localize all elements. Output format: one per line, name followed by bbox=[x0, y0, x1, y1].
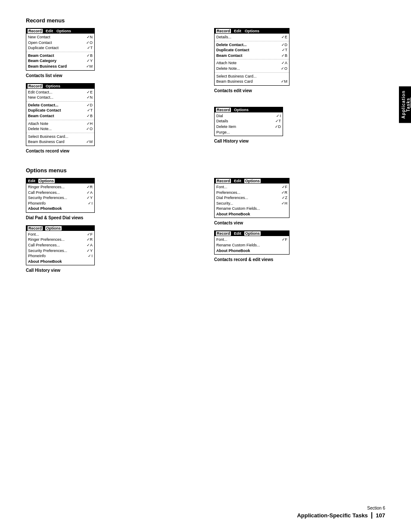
group2: Delete Contact... ✓D Duplicate Contact ✓… bbox=[215, 41, 289, 60]
header-record: Record bbox=[28, 84, 43, 88]
call-history-menu-header: Record Options bbox=[215, 107, 283, 112]
header-record: Record bbox=[216, 231, 231, 236]
menu-row: Attach Note ✓H bbox=[28, 121, 93, 127]
col-contacts-list: Record Edit Options New Contact ✓N Open … bbox=[26, 28, 197, 159]
call-history-record-menu: Record Options Dial ✓I Details ✓T bbox=[214, 107, 283, 136]
menu-row: Beam Contact ✓B bbox=[28, 53, 93, 59]
footer-bottom: Application-Specific Tasks 107 bbox=[297, 511, 385, 519]
options-menus-title: Options menus bbox=[26, 167, 385, 174]
record-menus-title: Record menus bbox=[26, 17, 385, 24]
menu-row: Delete Item ✓D bbox=[216, 124, 281, 130]
menu-row: Duplicate Contact ✓T bbox=[28, 108, 93, 113]
menu-row: Preferences... ✓R bbox=[216, 190, 287, 196]
menu-row: Font... ✓F bbox=[28, 232, 93, 237]
call-history-right-caption: Call History view bbox=[214, 139, 385, 143]
header-options: Options bbox=[45, 226, 62, 230]
group1: Font... ✓F Preferences... ✓R Dial Prefer… bbox=[215, 184, 289, 218]
side-tab: Application Tasks 6 bbox=[399, 86, 411, 123]
menu-row: Delete Contact... ✓D bbox=[216, 42, 287, 48]
header-edit: Edit bbox=[234, 231, 242, 236]
menu-row: Beam Category ✓Y bbox=[28, 58, 93, 64]
contacts-view-opt-header: Record Edit Options bbox=[215, 178, 289, 184]
group3: Attach Note ✓H Delete Note... ✓O bbox=[26, 120, 94, 133]
group1: New Contact ✓N Open Contact ✓O Duplicate… bbox=[26, 34, 94, 52]
group3: Attach Note ✓A Delete Note... ✓O bbox=[215, 59, 289, 72]
call-history-menu-body: Dial ✓I Details ✓T Delete Item ✓D Purg bbox=[215, 112, 283, 136]
contacts-view-options-menu: Record Edit Options Font... ✓F Preferenc… bbox=[214, 178, 290, 218]
contacts-edit-menu-header: Record Edit Options bbox=[215, 28, 289, 34]
menu-row: Purge... bbox=[216, 130, 281, 135]
contacts-record-menu-header: Record Options bbox=[26, 84, 94, 89]
header-record: Record bbox=[216, 179, 231, 183]
contacts-record-menu: Record Options Edit Contact... ✓E New Co… bbox=[26, 83, 95, 146]
menu-row: Call Preferences... ✓A bbox=[28, 243, 93, 248]
group1: Font... ✓F Ringer Preferences... ✓R Call… bbox=[26, 231, 94, 265]
menu-row: Call Preferences... ✓A bbox=[28, 190, 93, 196]
contacts-record-edit-options-menu: Record Edit Options Font... ✓F Rename Cu… bbox=[214, 230, 290, 255]
menu-row: Beam Contact ✓B bbox=[28, 113, 93, 119]
header-record: Record bbox=[216, 108, 231, 112]
contacts-view-opt-body: Font... ✓F Preferences... ✓R Dial Prefer… bbox=[215, 184, 289, 218]
menu-row: Dial ✓I bbox=[216, 113, 281, 119]
header-record: Record bbox=[28, 29, 43, 33]
col-options-right: Record Edit Options Font... ✓F Preferenc… bbox=[214, 178, 385, 278]
side-tab-text-tasks: Tasks bbox=[406, 97, 411, 112]
top-section: Record Edit Options New Contact ✓N Open … bbox=[26, 28, 385, 159]
contacts-view-options-caption: Contacts view bbox=[214, 221, 385, 225]
menu-row: Beam Contact ✓B bbox=[216, 53, 287, 59]
menu-row: About PhoneBook bbox=[216, 212, 287, 217]
col-options-left: Edit Options Ringer Preferences... ✓R Ca… bbox=[26, 178, 197, 278]
call-history-options-caption: Call History view bbox=[26, 268, 197, 273]
menu-row: Select Business Card... bbox=[28, 134, 93, 140]
header-edit: Edit bbox=[234, 179, 242, 183]
contacts-list-menu-body: New Contact ✓N Open Contact ✓O Duplicate… bbox=[26, 34, 94, 70]
menu-row: Font... ✓F bbox=[216, 237, 287, 243]
menu-row: PhoneInfo ✓I bbox=[28, 201, 93, 206]
menu-row: Delete Note... ✓O bbox=[216, 66, 287, 72]
contacts-list-record-menu: Record Edit Options New Contact ✓N Open … bbox=[26, 28, 95, 71]
menu-row: About PhoneBook bbox=[28, 206, 93, 212]
contacts-record-caption: Contacts record view bbox=[26, 149, 197, 153]
header-options: Options bbox=[38, 179, 55, 183]
group1: Dial ✓I Details ✓T Delete Item ✓D Purg bbox=[215, 112, 283, 136]
header-record: Record bbox=[216, 29, 231, 33]
footer: Section 6 Application-Specific Tasks 107 bbox=[297, 504, 385, 519]
options-section: Edit Options Ringer Preferences... ✓R Ca… bbox=[26, 178, 385, 278]
menu-row: Delete Note... ✓O bbox=[28, 126, 93, 132]
menu-row: Beam Business Card ✓M bbox=[216, 79, 287, 84]
menu-row: About PhoneBook bbox=[28, 259, 93, 264]
menu-row: Details... ✓E bbox=[216, 34, 287, 40]
menu-row: Beam Business Card ✓M bbox=[28, 139, 93, 145]
menu-row: Open Contact ✓O bbox=[28, 40, 93, 46]
side-tab-text-application: Application bbox=[401, 90, 406, 118]
header-options: Options bbox=[244, 179, 261, 183]
menu-row: Security... ✓H bbox=[216, 201, 287, 206]
header-edit: Edit bbox=[28, 179, 36, 183]
menu-row: Dial Preferences... ✓Z bbox=[216, 195, 287, 201]
contacts-edit-record-menu: Record Edit Options Details... ✓E Delete… bbox=[214, 28, 290, 86]
dial-pad-menu-header: Edit Options bbox=[26, 178, 94, 184]
header-options: Options bbox=[56, 29, 72, 33]
menu-row: Beam Business Card ✓M bbox=[28, 64, 93, 69]
menu-row: Delete Contact... ✓D bbox=[28, 103, 93, 108]
header-edit: Edit bbox=[234, 29, 242, 33]
menu-row: Select Business Card... bbox=[216, 74, 287, 79]
contacts-re-opt-body: Font... ✓F Rename Custom Fields... About… bbox=[215, 236, 289, 254]
dial-pad-options-menu: Edit Options Ringer Preferences... ✓R Ca… bbox=[26, 178, 95, 213]
contacts-record-edit-caption: Contacts record & edit views bbox=[214, 257, 385, 262]
menu-row: Rename Custom Fields... bbox=[216, 206, 287, 212]
group1: Edit Contact... ✓E New Contact... ✓N bbox=[26, 89, 94, 102]
menu-row: Duplicate Contact ✓T bbox=[216, 47, 287, 53]
contacts-list-menu-header: Record Edit Options bbox=[26, 28, 94, 34]
header-options: Options bbox=[244, 29, 260, 33]
menu-row: Font... ✓F bbox=[216, 184, 287, 190]
contacts-edit-caption: Contacts edit view bbox=[214, 88, 385, 93]
contacts-re-opt-header: Record Edit Options bbox=[215, 231, 289, 236]
menu-row: Rename Custom Fields... bbox=[216, 243, 287, 248]
menu-row: Edit Contact... ✓E bbox=[28, 90, 93, 95]
group1: Font... ✓F Rename Custom Fields... About… bbox=[215, 236, 289, 254]
menu-row: Ringer Preferences... ✓R bbox=[28, 237, 93, 243]
menu-row: Duplicate Contact ✓T bbox=[28, 45, 93, 51]
group2: Delete Contact... ✓D Duplicate Contact ✓… bbox=[26, 102, 94, 120]
contacts-list-caption: Contacts list view bbox=[26, 73, 197, 78]
